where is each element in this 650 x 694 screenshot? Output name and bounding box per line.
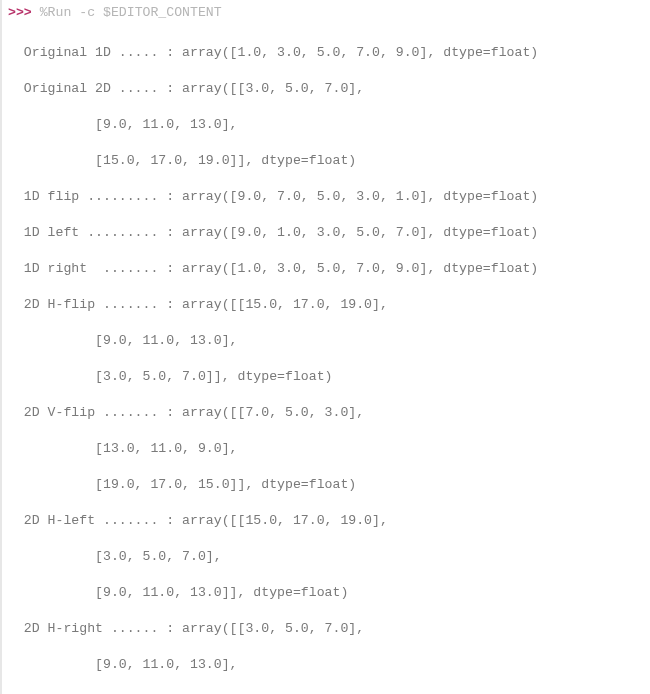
output-line: 1D flip ......... : array([9.0, 7.0, 5.0… bbox=[8, 188, 644, 206]
output-line: [3.0, 5.0, 7.0], bbox=[8, 548, 644, 566]
output-line: [9.0, 11.0, 13.0]], dtype=float) bbox=[8, 584, 644, 602]
output-line: Original 2D ..... : array([[3.0, 5.0, 7.… bbox=[8, 80, 644, 98]
output-line: [9.0, 11.0, 13.0], bbox=[8, 656, 644, 674]
output-line: [19.0, 17.0, 15.0]], dtype=float) bbox=[8, 476, 644, 494]
output-line: 1D right ....... : array([1.0, 3.0, 5.0,… bbox=[8, 260, 644, 278]
prompt-arrows: >>> bbox=[8, 5, 32, 20]
output-line: [13.0, 11.0, 9.0], bbox=[8, 440, 644, 458]
output-line: 2D H-right ...... : array([[3.0, 5.0, 7.… bbox=[8, 620, 644, 638]
output-line: Original 1D ..... : array([1.0, 3.0, 5.0… bbox=[8, 44, 644, 62]
repl-prompt[interactable]: >>> %Run -c $EDITOR_CONTENT bbox=[2, 0, 650, 22]
repl-output: Original 1D ..... : array([1.0, 3.0, 5.0… bbox=[2, 22, 650, 694]
output-line: 2D V-flip ....... : array([[7.0, 5.0, 3.… bbox=[8, 404, 644, 422]
output-line: [9.0, 11.0, 13.0], bbox=[8, 116, 644, 134]
output-line: [15.0, 17.0, 19.0]], dtype=float) bbox=[8, 152, 644, 170]
output-line: [3.0, 5.0, 7.0]], dtype=float) bbox=[8, 368, 644, 386]
prompt-command: %Run -c $EDITOR_CONTENT bbox=[32, 5, 222, 20]
output-line: [9.0, 11.0, 13.0], bbox=[8, 332, 644, 350]
output-line: 1D left ......... : array([9.0, 1.0, 3.0… bbox=[8, 224, 644, 242]
output-line: 2D H-left ....... : array([[15.0, 17.0, … bbox=[8, 512, 644, 530]
output-line: 2D H-flip ....... : array([[15.0, 17.0, … bbox=[8, 296, 644, 314]
